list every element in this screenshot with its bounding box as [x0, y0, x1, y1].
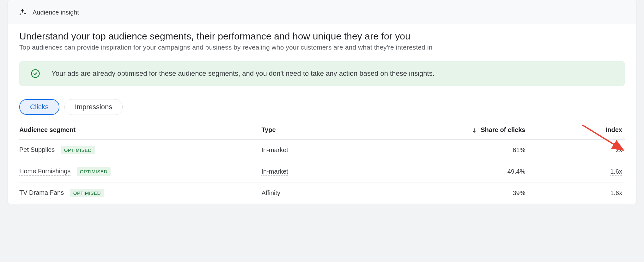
card-header: Audience insight: [8, 0, 636, 25]
share-value: 61%: [513, 146, 525, 153]
page-title: Understand your top audience segments, t…: [19, 31, 625, 42]
sparkle-icon: [18, 8, 27, 17]
audience-insight-card: Audience insight Understand your top aud…: [8, 0, 636, 204]
table-row: Home Furnishings OPTIMISED In-market 49.…: [19, 161, 625, 182]
column-header-type[interactable]: Type: [261, 121, 395, 140]
index-value[interactable]: 1.6x: [610, 168, 622, 176]
segment-type[interactable]: In-market: [261, 168, 288, 176]
index-value[interactable]: 1.6x: [610, 189, 622, 197]
segment-name[interactable]: TV Drama Fans: [19, 189, 64, 197]
segment-name[interactable]: Home Furnishings: [19, 168, 70, 176]
audience-table: Audience segment Type Share of clicks In…: [19, 121, 625, 204]
table-row: TV Drama Fans OPTIMISED Affinity 39% 1.6…: [19, 182, 625, 204]
column-header-type-label: Type: [261, 126, 276, 133]
audience-table-body: Pet Supplies OPTIMISED In-market 61% 2x: [19, 140, 625, 204]
segment-name[interactable]: Pet Supplies: [19, 146, 55, 154]
share-value: 49.4%: [507, 168, 526, 175]
share-value: 39%: [513, 189, 525, 196]
segment-type[interactable]: In-market: [261, 146, 288, 154]
tab-clicks[interactable]: Clicks: [19, 99, 59, 115]
notice-text: Your ads are already optimised for these…: [52, 69, 434, 78]
card-header-label: Audience insight: [33, 9, 79, 16]
optimised-badge: OPTIMISED: [77, 167, 111, 176]
optimised-badge: OPTIMISED: [70, 189, 104, 197]
tab-impressions[interactable]: Impressions: [64, 99, 123, 115]
segment-type[interactable]: Affinity: [261, 189, 280, 197]
column-header-index-label: Index: [606, 126, 622, 133]
column-header-index[interactable]: Index: [528, 121, 625, 140]
optimised-badge: OPTIMISED: [61, 146, 95, 154]
card-body: Understand your top audience segments, t…: [8, 25, 636, 204]
arrow-down-icon: [471, 128, 477, 133]
column-header-share[interactable]: Share of clicks: [395, 121, 528, 140]
page-subtitle: Top audiences can provide inspiration fo…: [19, 44, 625, 51]
column-header-segment[interactable]: Audience segment: [19, 121, 261, 140]
table-row: Pet Supplies OPTIMISED In-market 61% 2x: [19, 140, 625, 161]
index-value[interactable]: 2x: [616, 146, 622, 154]
optimised-notice: Your ads are already optimised for these…: [19, 61, 625, 86]
svg-point-0: [32, 70, 39, 78]
column-header-share-label: Share of clicks: [481, 126, 525, 133]
metric-tabs: Clicks Impressions: [19, 99, 625, 115]
column-header-segment-label: Audience segment: [19, 126, 76, 133]
check-circle-icon: [31, 69, 40, 78]
